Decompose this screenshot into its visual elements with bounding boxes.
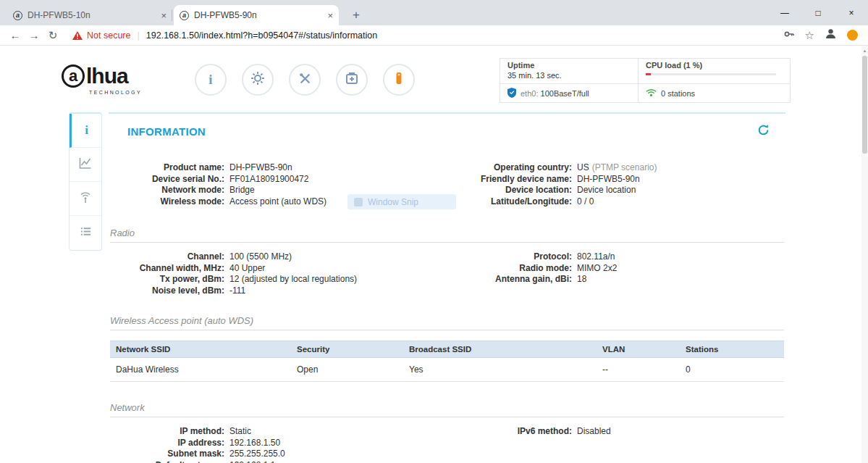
sidebar-item-wireless[interactable] bbox=[69, 182, 101, 216]
field-row: IP address:192.168.1.50 bbox=[109, 438, 449, 449]
nav-status-button[interactable]: i bbox=[195, 64, 227, 96]
uptime-value: 35 min. 13 sec. bbox=[507, 71, 631, 80]
dahua-favicon-icon: a bbox=[180, 11, 189, 20]
address-bar[interactable]: Not secure | 192.168.1.50/index.html?h=b… bbox=[72, 30, 783, 41]
network-fields: IP method:Static IP address:192.168.1.50… bbox=[109, 426, 785, 463]
ssid-table: Network SSID Security Broadcast SSID VLA… bbox=[110, 341, 784, 382]
sidebar-item-routes[interactable] bbox=[69, 216, 101, 250]
sidebar-item-statistics[interactable] bbox=[69, 148, 101, 182]
nav-firmware-button[interactable] bbox=[383, 64, 415, 96]
field-row: Noise level, dBm:-111 bbox=[109, 285, 449, 297]
sidebar-item-information[interactable]: i bbox=[69, 114, 101, 148]
browser-toolbar: ← → ↻ Not secure | 192.168.1.50/index.ht… bbox=[0, 25, 868, 46]
logo-a-mark: a bbox=[62, 64, 85, 88]
information-fields: Product name:DH-PFWB5-90n Device serial … bbox=[109, 162, 785, 207]
chart-icon bbox=[79, 157, 92, 172]
info-icon: i bbox=[208, 72, 212, 88]
back-button[interactable]: ← bbox=[6, 29, 25, 41]
field-row: Friendly device name:DH-PFWB5-90n bbox=[449, 174, 785, 185]
information-panel: INFORMATION Product name:DH-PFWB5-90n De… bbox=[109, 112, 785, 463]
list-icon bbox=[80, 225, 92, 241]
cpu-load-bar bbox=[646, 73, 776, 75]
cpu-load-cell: CPU load (1 %) bbox=[638, 59, 790, 83]
wifi-icon bbox=[646, 88, 657, 99]
device-status-panel: Uptime 35 min. 13 sec. CPU load (1 %) et… bbox=[500, 58, 791, 103]
section-divider bbox=[110, 330, 784, 330]
field-row: Product name:DH-PFWB5-90n bbox=[109, 162, 449, 174]
toolbar-icons: ☆ bbox=[783, 28, 858, 43]
section-divider bbox=[110, 417, 784, 417]
field-row: Wireless mode:Access point (auto WDS) bbox=[109, 196, 449, 208]
tools-icon bbox=[298, 72, 312, 88]
field-row: Operating country:US(PTMP scenario) bbox=[449, 162, 785, 174]
uptime-cell: Uptime 35 min. 13 sec. bbox=[500, 59, 638, 83]
section-title-wireless: Wireless Access point (auto WDS) bbox=[110, 315, 784, 326]
refresh-icon[interactable] bbox=[757, 124, 770, 139]
stations-status-cell: 0 stations bbox=[638, 83, 790, 102]
table-row: DaHua Wireless Open Yes -- 0 bbox=[110, 358, 784, 382]
password-key-icon[interactable] bbox=[783, 28, 795, 43]
field-row: Network mode:Bridge bbox=[109, 185, 449, 196]
field-row: Channel:100 (5500 MHz) bbox=[109, 251, 449, 263]
tab-title: DH-PFWB5-90n bbox=[194, 10, 323, 20]
toolbox-plus-icon bbox=[345, 71, 359, 88]
window-close-button[interactable]: × bbox=[835, 0, 868, 25]
firmware-device-icon bbox=[392, 71, 406, 88]
section-title-network: Network bbox=[110, 402, 784, 413]
scrollbar-thumb[interactable] bbox=[862, 56, 867, 154]
address-separator: | bbox=[137, 30, 139, 41]
field-row: Default gateway:192.168.1.1 bbox=[109, 460, 449, 463]
browser-menu-update-icon[interactable] bbox=[847, 30, 858, 41]
scrollbar-up-arrow[interactable]: ▲ bbox=[861, 46, 868, 55]
window-minimize-button[interactable]: — bbox=[768, 0, 801, 25]
browser-tab-1[interactable]: a DH-PFWB5-10n × bbox=[7, 5, 172, 25]
tab-close-icon[interactable]: × bbox=[161, 11, 167, 20]
field-row: Radio mode:MIMO 2x2 bbox=[449, 263, 785, 275]
bookmark-star-icon[interactable]: ☆ bbox=[805, 30, 814, 41]
field-row: IPv6 method:Disabled bbox=[449, 426, 785, 438]
status-sidebar: i bbox=[69, 112, 102, 251]
url-text[interactable]: 192.168.1.50/index.html?h=b0954047#/stat… bbox=[146, 30, 377, 41]
profile-avatar-icon[interactable] bbox=[825, 28, 837, 43]
field-row: Tx power, dBm:12 (adjusted by local regu… bbox=[109, 274, 449, 285]
section-divider bbox=[110, 242, 784, 243]
field-row: Device serial No.:FF01A18091900472 bbox=[109, 174, 449, 185]
nav-settings-button[interactable] bbox=[242, 64, 274, 96]
field-row: Latitude/Longitude:0 / 0 bbox=[449, 196, 785, 208]
wireless-antenna-icon bbox=[79, 191, 92, 207]
window-controls: — □ × bbox=[768, 0, 868, 25]
logo-subtitle: TECHNOLOGY bbox=[89, 90, 156, 95]
field-row: Protocol:802.11a/n bbox=[449, 251, 785, 263]
tab-strip: a DH-PFWB5-10n × a DH-PFWB5-90n × + — □ … bbox=[0, 0, 868, 25]
forward-button[interactable]: → bbox=[25, 29, 43, 41]
nav-tools-button[interactable] bbox=[289, 64, 321, 96]
dahua-logo: a lhua TECHNOLOGY bbox=[62, 64, 156, 95]
ssid-table-header: Network SSID Security Broadcast SSID VLA… bbox=[110, 341, 784, 358]
device-web-page: a lhua TECHNOLOGY i Uptime 35 min. 13 se… bbox=[0, 46, 868, 463]
tab-close-icon[interactable]: × bbox=[327, 11, 333, 20]
shield-icon bbox=[507, 88, 516, 99]
field-row: Device location:Device location bbox=[449, 185, 785, 196]
field-row: Antenna gain, dBi:18 bbox=[449, 274, 785, 285]
ethernet-status-cell: eth0: 100BaseT/full bbox=[500, 83, 638, 102]
page-scrollbar[interactable]: ▲ bbox=[861, 46, 868, 463]
gear-icon bbox=[250, 71, 265, 88]
dahua-favicon-icon: a bbox=[13, 11, 22, 20]
field-row: IP method:Static bbox=[109, 426, 449, 438]
field-row: Channel width, MHz:40 Upper bbox=[109, 263, 449, 275]
browser-tab-2-active[interactable]: a DH-PFWB5-90n × bbox=[174, 5, 339, 25]
tab-title: DH-PFWB5-10n bbox=[28, 10, 156, 20]
info-icon: i bbox=[85, 123, 88, 138]
reload-button[interactable]: ↻ bbox=[43, 29, 62, 42]
not-secure-label[interactable]: Not secure bbox=[87, 30, 130, 41]
window-maximize-button[interactable]: □ bbox=[801, 0, 835, 25]
radio-fields: Channel:100 (5500 MHz) Channel width, MH… bbox=[109, 251, 785, 296]
field-row: Subnet mask:255.255.255.0 bbox=[109, 449, 449, 460]
cpu-load-bar-fill bbox=[646, 73, 651, 75]
new-tab-button[interactable]: + bbox=[346, 5, 366, 25]
page-title: INFORMATION bbox=[127, 125, 206, 138]
section-title-radio: Radio bbox=[110, 228, 784, 238]
nav-maintenance-button[interactable] bbox=[336, 64, 368, 96]
not-secure-warning-icon bbox=[72, 31, 83, 40]
